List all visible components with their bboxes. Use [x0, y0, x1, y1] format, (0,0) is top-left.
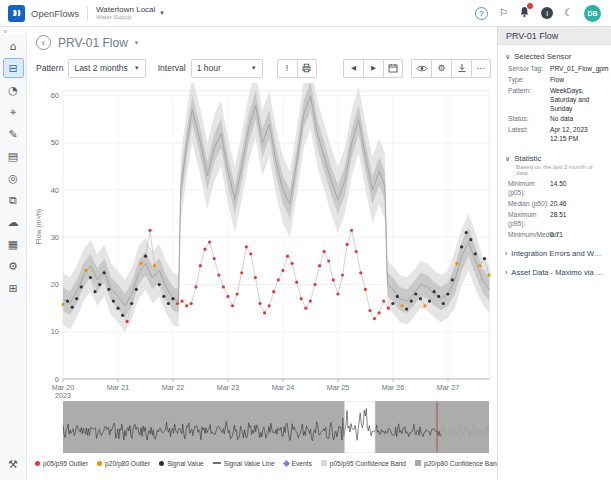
- sensor-value: Apr 12, 2023 12:15 PM: [550, 126, 604, 144]
- signal-dot: [355, 250, 358, 253]
- signal-dot: [208, 241, 211, 244]
- legend-item-p05-p95-outlier[interactable]: p05/p95 Outlier: [35, 460, 88, 467]
- interval-label: Interval: [158, 63, 186, 73]
- statistic-row: Median (p50):20.46: [508, 200, 604, 209]
- legend-item-signal-value-line[interactable]: Signal Value Line: [213, 460, 275, 467]
- signal-dot: [272, 290, 275, 293]
- svg-text:60: 60: [51, 91, 59, 100]
- signal-dot: [249, 252, 252, 255]
- statistic-section-header[interactable]: ∨ Statistic: [505, 154, 604, 163]
- signal-dot: [89, 276, 92, 279]
- sensor-value: No data: [550, 115, 604, 124]
- statistic-value: 28.51: [550, 211, 604, 229]
- signal-dot: [98, 283, 101, 286]
- sidebar-item-gauges[interactable]: ◔: [3, 80, 24, 100]
- square-swatch-icon: [415, 460, 421, 466]
- sensor-label: Latest:: [508, 126, 550, 144]
- sidebar-item-tools[interactable]: ⚒: [3, 454, 24, 474]
- pan-right-button[interactable]: ▶: [363, 59, 383, 78]
- pattern-label: Pattern: [36, 63, 63, 73]
- svg-text:Mar 22: Mar 22: [162, 383, 184, 392]
- signal-dot: [167, 302, 170, 305]
- sidebar-item-sensors[interactable]: ⊟: [3, 58, 24, 78]
- title-caret-icon[interactable]: ▾: [135, 39, 139, 47]
- legend-label: Signal Value Line: [224, 460, 275, 467]
- signal-dot: [323, 250, 326, 253]
- sidebar-item-edit[interactable]: ✎: [3, 124, 24, 144]
- collapsed-section-title: Integration Errors and Warnings: [511, 249, 604, 258]
- workspace-selector[interactable]: Watertown Local Water Supply: [96, 6, 155, 21]
- collapsed-section-0[interactable]: ›Integration Errors and Warnings: [505, 249, 604, 258]
- sidebar-item-hydrants[interactable]: ⌖: [3, 102, 24, 122]
- selected-sensor-section-header[interactable]: ∨ Selected Sensor: [505, 52, 604, 61]
- more-options-button[interactable]: ⋯: [471, 59, 491, 78]
- sidebar-item-home[interactable]: ⌂: [3, 36, 24, 56]
- sensor-label: Type:: [508, 76, 550, 85]
- sensor-row: Sensor Tag:PRV_01_Flow_gpm: [508, 65, 604, 74]
- signal-dot: [313, 283, 316, 286]
- sidebar-item-devices[interactable]: ⚙: [3, 256, 24, 276]
- visibility-button[interactable]: [411, 59, 431, 78]
- sidebar-item-stations[interactable]: ⊞: [3, 278, 24, 298]
- interval-dropdown[interactable]: 1 hour ▼: [191, 59, 263, 78]
- signal-dot: [341, 274, 344, 277]
- signal-dot: [245, 245, 248, 248]
- signal-dot: [428, 300, 431, 303]
- copies-icon: ⧉: [9, 194, 17, 207]
- topbar-actions: ? ⚐ i ☾ DB: [475, 5, 601, 22]
- calendar-icon: [388, 63, 398, 73]
- statistic-row: Minimum (p05):14.50: [508, 180, 604, 198]
- legend-item-p20-p80-confidence-band[interactable]: p20/p80 Confidence Band: [415, 460, 500, 467]
- collapsed-section-1[interactable]: ›Asset Data - Maximo via BECS: [505, 268, 604, 277]
- chevron-right-icon: ›: [505, 269, 507, 276]
- settings-button[interactable]: ⚙: [431, 59, 451, 78]
- info-icon[interactable]: i: [541, 7, 553, 19]
- back-button[interactable]: ‹: [36, 35, 51, 50]
- flag-icon[interactable]: ⚐: [499, 8, 508, 18]
- svg-text:Mar 26: Mar 26: [382, 383, 404, 392]
- dark-mode-moon-icon[interactable]: ☾: [564, 8, 573, 18]
- workspace-caret-icon[interactable]: ▾: [160, 9, 164, 17]
- svg-text:Mar 24: Mar 24: [272, 383, 294, 392]
- help-icon[interactable]: ?: [475, 7, 488, 20]
- interval-value: 1 hour: [197, 63, 221, 73]
- pan-left-button[interactable]: ◀: [343, 59, 363, 78]
- sensor-value: PRV_01_Flow_gpm: [550, 65, 609, 74]
- user-avatar[interactable]: DB: [584, 5, 601, 22]
- chart-toolbar: Pattern Last 2 months ▼ Interval 1 hour …: [36, 57, 491, 79]
- signal-dot: [455, 262, 458, 265]
- sidebar-item-watch[interactable]: ◎: [3, 168, 24, 188]
- signal-dot: [405, 308, 408, 311]
- timeseries-chart-svg[interactable]: 0102030405060Mar 202023Mar 21Mar 22Mar 2…: [37, 83, 495, 401]
- legend-item-events[interactable]: Events: [284, 460, 312, 467]
- sidebar-item-copies[interactable]: ⧉: [3, 190, 24, 210]
- openflows-logo-icon: [8, 5, 25, 22]
- sidebar-item-reports[interactable]: ▤: [3, 146, 24, 166]
- legend-item-p20-p80-outlier[interactable]: p20/p80 Outlier: [97, 460, 150, 467]
- signal-dot: [194, 285, 197, 288]
- signal-dot: [414, 292, 417, 295]
- panel-title: PRV-01 Flow: [498, 27, 611, 45]
- watch-icon: ◎: [8, 172, 18, 185]
- pattern-dropdown[interactable]: Last 2 months ▼: [68, 59, 145, 78]
- download-button[interactable]: [451, 59, 471, 78]
- signal-dot: [478, 264, 481, 267]
- notifications-bell-icon[interactable]: [519, 6, 530, 20]
- navigator-svg[interactable]: [63, 401, 489, 453]
- navigator-right-mask[interactable]: [375, 401, 489, 453]
- sidebar-item-cloud[interactable]: ☁: [3, 212, 24, 232]
- legend-item-p05-p95-confidence-band[interactable]: p05/p95 Confidence Band: [321, 460, 406, 467]
- chart-plot[interactable]: 0102030405060Mar 202023Mar 21Mar 22Mar 2…: [37, 83, 495, 405]
- legend-item-signal-value[interactable]: Signal Value: [159, 460, 204, 467]
- events-exclamation-button[interactable]: !: [277, 59, 297, 78]
- signal-dot: [291, 262, 294, 265]
- signal-dot: [112, 300, 115, 303]
- range-navigator[interactable]: [63, 401, 489, 453]
- date-range-button[interactable]: [383, 59, 403, 78]
- eye-icon: [416, 64, 428, 73]
- pattern-value: Last 2 months: [74, 63, 127, 73]
- signal-dot: [254, 276, 257, 279]
- print-button[interactable]: [297, 59, 317, 78]
- main-chart[interactable]: Flow (m³/h) 0102030405060Mar 202023Mar 2…: [29, 83, 497, 401]
- sidebar-item-zones[interactable]: ▦: [3, 234, 24, 254]
